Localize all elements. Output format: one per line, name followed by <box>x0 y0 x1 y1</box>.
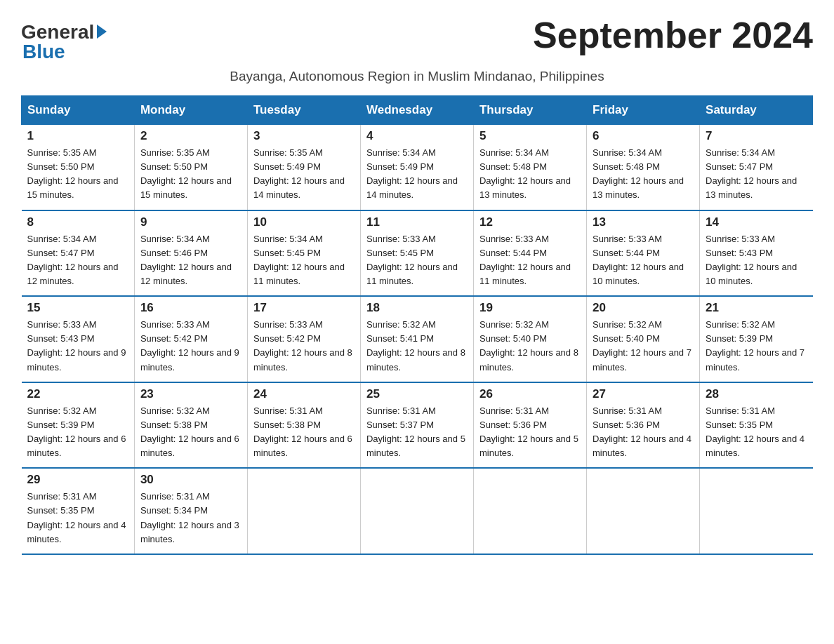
day-number: 18 <box>366 301 468 315</box>
calendar-cell: 8Sunrise: 5:34 AMSunset: 5:47 PMDaylight… <box>22 210 135 297</box>
day-detail: Sunrise: 5:32 AMSunset: 5:40 PMDaylight:… <box>593 318 694 375</box>
calendar-header-monday: Monday <box>134 96 247 125</box>
calendar-cell <box>247 468 360 554</box>
day-number: 11 <box>366 215 468 229</box>
day-number: 30 <box>140 473 241 487</box>
day-number: 23 <box>140 387 241 401</box>
day-detail: Sunrise: 5:32 AMSunset: 5:39 PMDaylight:… <box>706 318 807 375</box>
day-detail: Sunrise: 5:34 AMSunset: 5:47 PMDaylight:… <box>27 232 128 289</box>
day-number: 25 <box>366 387 468 401</box>
calendar-cell: 6Sunrise: 5:34 AMSunset: 5:48 PMDaylight… <box>587 125 700 210</box>
day-detail: Sunrise: 5:34 AMSunset: 5:49 PMDaylight:… <box>366 146 468 203</box>
day-number: 6 <box>593 129 694 143</box>
calendar-cell: 30Sunrise: 5:31 AMSunset: 5:34 PMDayligh… <box>134 468 247 554</box>
day-detail: Sunrise: 5:31 AMSunset: 5:35 PMDaylight:… <box>27 490 128 546</box>
calendar-week-row: 1Sunrise: 5:35 AMSunset: 5:50 PMDaylight… <box>22 125 813 210</box>
calendar-header-friday: Friday <box>587 96 700 125</box>
day-detail: Sunrise: 5:32 AMSunset: 5:41 PMDaylight:… <box>366 318 468 375</box>
calendar-cell: 9Sunrise: 5:34 AMSunset: 5:46 PMDaylight… <box>134 210 247 297</box>
day-detail: Sunrise: 5:34 AMSunset: 5:46 PMDaylight:… <box>140 232 241 289</box>
day-number: 8 <box>27 215 128 229</box>
day-detail: Sunrise: 5:31 AMSunset: 5:36 PMDaylight:… <box>593 404 694 461</box>
day-detail: Sunrise: 5:31 AMSunset: 5:38 PMDaylight:… <box>253 404 355 461</box>
day-number: 16 <box>140 301 241 315</box>
day-detail: Sunrise: 5:33 AMSunset: 5:43 PMDaylight:… <box>706 232 807 289</box>
day-detail: Sunrise: 5:32 AMSunset: 5:38 PMDaylight:… <box>140 404 241 461</box>
subtitle: Bayanga, Autonomous Region in Muslim Min… <box>21 69 813 84</box>
day-detail: Sunrise: 5:31 AMSunset: 5:36 PMDaylight:… <box>479 404 581 461</box>
logo-triangle-icon <box>97 25 107 39</box>
calendar-cell: 19Sunrise: 5:32 AMSunset: 5:40 PMDayligh… <box>473 296 586 382</box>
day-detail: Sunrise: 5:31 AMSunset: 5:35 PMDaylight:… <box>706 404 807 461</box>
calendar-header-wednesday: Wednesday <box>360 96 473 125</box>
day-number: 24 <box>253 387 355 401</box>
day-number: 14 <box>706 215 807 229</box>
calendar-cell: 28Sunrise: 5:31 AMSunset: 5:35 PMDayligh… <box>700 382 813 469</box>
day-number: 29 <box>27 473 128 487</box>
day-number: 26 <box>479 387 581 401</box>
day-number: 7 <box>706 129 807 143</box>
calendar-cell <box>473 468 586 554</box>
day-detail: Sunrise: 5:34 AMSunset: 5:47 PMDaylight:… <box>706 146 807 203</box>
calendar-cell: 29Sunrise: 5:31 AMSunset: 5:35 PMDayligh… <box>22 468 135 554</box>
day-detail: Sunrise: 5:32 AMSunset: 5:39 PMDaylight:… <box>27 404 128 461</box>
day-number: 15 <box>27 301 128 315</box>
calendar-cell: 2Sunrise: 5:35 AMSunset: 5:50 PMDaylight… <box>134 125 247 210</box>
day-detail: Sunrise: 5:35 AMSunset: 5:50 PMDaylight:… <box>27 146 128 203</box>
day-number: 13 <box>593 215 694 229</box>
calendar-cell: 11Sunrise: 5:33 AMSunset: 5:45 PMDayligh… <box>360 210 473 297</box>
day-detail: Sunrise: 5:34 AMSunset: 5:48 PMDaylight:… <box>479 146 581 203</box>
calendar-cell: 7Sunrise: 5:34 AMSunset: 5:47 PMDaylight… <box>700 125 813 210</box>
calendar-table: SundayMondayTuesdayWednesdayThursdayFrid… <box>21 95 813 555</box>
calendar-cell: 15Sunrise: 5:33 AMSunset: 5:43 PMDayligh… <box>22 296 135 382</box>
calendar-cell <box>587 468 700 554</box>
calendar-cell: 27Sunrise: 5:31 AMSunset: 5:36 PMDayligh… <box>587 382 700 469</box>
calendar-cell: 24Sunrise: 5:31 AMSunset: 5:38 PMDayligh… <box>247 382 360 469</box>
calendar-cell <box>700 468 813 554</box>
calendar-header-saturday: Saturday <box>700 96 813 125</box>
day-number: 19 <box>479 301 581 315</box>
day-detail: Sunrise: 5:33 AMSunset: 5:43 PMDaylight:… <box>27 318 128 375</box>
day-number: 2 <box>140 129 241 143</box>
day-number: 10 <box>253 215 355 229</box>
calendar-cell: 18Sunrise: 5:32 AMSunset: 5:41 PMDayligh… <box>360 296 473 382</box>
calendar-cell: 4Sunrise: 5:34 AMSunset: 5:49 PMDaylight… <box>360 125 473 210</box>
calendar-cell: 22Sunrise: 5:32 AMSunset: 5:39 PMDayligh… <box>22 382 135 469</box>
calendar-cell: 14Sunrise: 5:33 AMSunset: 5:43 PMDayligh… <box>700 210 813 297</box>
calendar-header-row: SundayMondayTuesdayWednesdayThursdayFrid… <box>22 96 813 125</box>
calendar-cell: 16Sunrise: 5:33 AMSunset: 5:42 PMDayligh… <box>134 296 247 382</box>
day-number: 1 <box>27 129 128 143</box>
page-title: September 2024 <box>533 14 813 56</box>
calendar-cell: 12Sunrise: 5:33 AMSunset: 5:44 PMDayligh… <box>473 210 586 297</box>
calendar-week-row: 22Sunrise: 5:32 AMSunset: 5:39 PMDayligh… <box>22 382 813 469</box>
calendar-header-thursday: Thursday <box>473 96 586 125</box>
day-detail: Sunrise: 5:32 AMSunset: 5:40 PMDaylight:… <box>479 318 581 375</box>
header: General Blue September 2024 <box>21 14 813 63</box>
day-detail: Sunrise: 5:31 AMSunset: 5:37 PMDaylight:… <box>366 404 468 461</box>
calendar-cell <box>360 468 473 554</box>
calendar-header-sunday: Sunday <box>22 96 135 125</box>
day-detail: Sunrise: 5:33 AMSunset: 5:44 PMDaylight:… <box>479 232 581 289</box>
day-number: 27 <box>593 387 694 401</box>
day-number: 5 <box>479 129 581 143</box>
day-number: 9 <box>140 215 241 229</box>
calendar-cell: 20Sunrise: 5:32 AMSunset: 5:40 PMDayligh… <box>587 296 700 382</box>
day-detail: Sunrise: 5:33 AMSunset: 5:45 PMDaylight:… <box>366 232 468 289</box>
day-detail: Sunrise: 5:33 AMSunset: 5:42 PMDaylight:… <box>140 318 241 375</box>
calendar-cell: 1Sunrise: 5:35 AMSunset: 5:50 PMDaylight… <box>22 125 135 210</box>
day-detail: Sunrise: 5:35 AMSunset: 5:49 PMDaylight:… <box>253 146 355 203</box>
day-number: 12 <box>479 215 581 229</box>
day-detail: Sunrise: 5:34 AMSunset: 5:48 PMDaylight:… <box>593 146 694 203</box>
calendar-week-row: 15Sunrise: 5:33 AMSunset: 5:43 PMDayligh… <box>22 296 813 382</box>
day-detail: Sunrise: 5:31 AMSunset: 5:34 PMDaylight:… <box>140 490 241 546</box>
calendar-week-row: 8Sunrise: 5:34 AMSunset: 5:47 PMDaylight… <box>22 210 813 297</box>
day-number: 3 <box>253 129 355 143</box>
calendar-cell: 21Sunrise: 5:32 AMSunset: 5:39 PMDayligh… <box>700 296 813 382</box>
day-number: 22 <box>27 387 128 401</box>
day-number: 4 <box>366 129 468 143</box>
calendar-cell: 23Sunrise: 5:32 AMSunset: 5:38 PMDayligh… <box>134 382 247 469</box>
calendar-cell: 10Sunrise: 5:34 AMSunset: 5:45 PMDayligh… <box>247 210 360 297</box>
calendar-cell: 5Sunrise: 5:34 AMSunset: 5:48 PMDaylight… <box>473 125 586 210</box>
day-detail: Sunrise: 5:33 AMSunset: 5:42 PMDaylight:… <box>253 318 355 375</box>
day-number: 20 <box>593 301 694 315</box>
